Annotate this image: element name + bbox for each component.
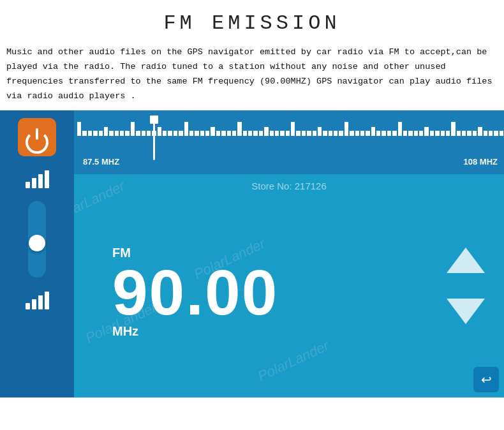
- tick-mark: [376, 131, 380, 136]
- signal-icon-bottom: [26, 290, 49, 309]
- tick-mark: [179, 131, 182, 136]
- tick-mark: [419, 131, 423, 136]
- tick-mark: [398, 122, 402, 136]
- tick-mark: [307, 131, 311, 136]
- signal-bar-1: [26, 182, 30, 188]
- tick-mark: [142, 131, 145, 136]
- tick-mark: [478, 127, 482, 136]
- tick-mark: [195, 131, 198, 136]
- signal-bar-b3: [38, 295, 43, 309]
- tick-mark: [93, 131, 97, 136]
- freq-label-left: 87.5 MHZ: [83, 157, 119, 167]
- signal-bar-4: [45, 170, 49, 188]
- tick-mark: [211, 127, 214, 136]
- tick-mark: [104, 127, 108, 136]
- tick-mark: [253, 131, 257, 136]
- tick-mark: [318, 127, 322, 136]
- tick-mark: [296, 131, 300, 136]
- signal-icon: [26, 169, 49, 188]
- tick-mark: [227, 131, 231, 136]
- tick-mark: [302, 131, 306, 136]
- tick-mark: [259, 131, 263, 136]
- tick-mark: [237, 122, 241, 136]
- tick-mark: [355, 131, 359, 136]
- tick-mark: [345, 122, 348, 136]
- tick-mark: [446, 131, 450, 136]
- tick-marks: [77, 117, 504, 136]
- tick-mark: [441, 131, 445, 136]
- tick-mark: [174, 131, 177, 136]
- signal-bar-2: [32, 178, 36, 188]
- store-number: Store No: 217126: [251, 181, 327, 191]
- tick-mark: [323, 131, 327, 136]
- tick-mark: [360, 131, 364, 136]
- tick-mark: [125, 131, 129, 136]
- frequency-arrows: [447, 248, 485, 324]
- tick-mark: [484, 131, 487, 136]
- tick-mark: [163, 131, 167, 136]
- power-button[interactable]: [18, 118, 56, 156]
- tick-mark: [313, 131, 316, 136]
- left-sidebar: [0, 110, 74, 397]
- tick-mark: [462, 131, 466, 136]
- tick-mark: [392, 131, 396, 136]
- description-text: Music and other audio files on the GPS n…: [0, 40, 504, 110]
- tick-mark: [270, 131, 274, 136]
- tick-mark: [120, 131, 124, 136]
- tick-mark: [221, 131, 225, 136]
- signal-bar-3: [38, 174, 43, 188]
- tick-mark: [451, 122, 455, 136]
- tick-mark: [189, 131, 193, 136]
- tick-mark: [184, 122, 188, 136]
- tick-mark: [168, 131, 172, 136]
- tick-mark: [82, 131, 86, 136]
- tick-mark: [435, 131, 439, 136]
- tick-mark: [232, 131, 236, 136]
- title-section: FM EMISSION: [0, 0, 504, 40]
- back-icon: ↩: [481, 372, 492, 387]
- freq-bar: 87.5 MHZ 108 MHZ: [0, 110, 504, 174]
- frequency-needle: [153, 115, 155, 160]
- freq-label-right: 108 MHZ: [464, 157, 498, 167]
- tick-mark: [430, 131, 434, 136]
- tick-mark: [387, 131, 391, 136]
- tick-mark: [147, 131, 151, 136]
- tick-mark: [136, 131, 140, 136]
- tick-mark: [115, 131, 119, 136]
- tick-area: [77, 117, 504, 136]
- tick-mark: [131, 122, 135, 136]
- power-icon: [26, 126, 48, 149]
- tick-mark: [339, 131, 343, 136]
- mhz-label: MHz: [112, 324, 138, 339]
- tick-mark: [280, 131, 284, 136]
- tick-mark: [366, 131, 369, 136]
- volume-slider[interactable]: [28, 201, 46, 278]
- main-display: Store No: 217126 FM 90.00 MHz ↩: [74, 174, 504, 397]
- tick-mark: [99, 131, 103, 136]
- tick-mark: [489, 131, 493, 136]
- back-button[interactable]: ↩: [473, 367, 499, 392]
- freq-bar-inner: 87.5 MHZ 108 MHZ: [0, 110, 504, 170]
- frequency-display: 90.00: [112, 260, 278, 324]
- tick-mark: [467, 131, 471, 136]
- frequency-down-button[interactable]: [447, 299, 485, 324]
- tick-mark: [243, 131, 247, 136]
- tick-mark: [382, 131, 385, 136]
- tick-mark: [291, 122, 295, 136]
- tick-mark: [408, 131, 412, 136]
- frequency-up-button[interactable]: [447, 248, 485, 273]
- tick-mark: [494, 131, 498, 136]
- tick-mark: [457, 131, 461, 136]
- signal-bar-b2: [32, 299, 36, 309]
- tick-mark: [216, 131, 220, 136]
- tick-mark: [334, 131, 337, 136]
- radio-ui: 87.5 MHZ 108 MHZ Store No:: [0, 110, 504, 397]
- tick-mark: [329, 131, 332, 136]
- slider-thumb: [29, 235, 45, 251]
- tick-mark: [275, 131, 279, 136]
- signal-bar-b1: [26, 303, 30, 309]
- tick-mark: [109, 131, 113, 136]
- fm-display: FM 90.00 MHz: [87, 246, 491, 339]
- tick-mark: [77, 122, 81, 136]
- tick-mark: [500, 131, 503, 136]
